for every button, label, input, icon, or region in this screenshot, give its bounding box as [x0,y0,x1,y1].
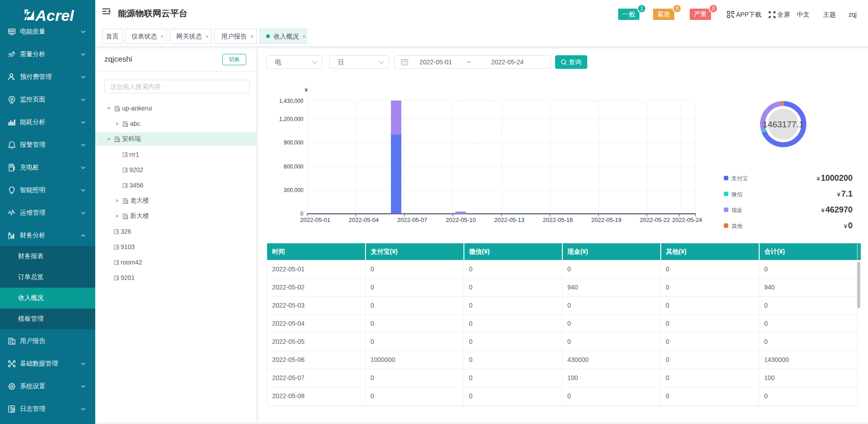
svg-text:1463177.1: 1463177.1 [763,120,804,129]
